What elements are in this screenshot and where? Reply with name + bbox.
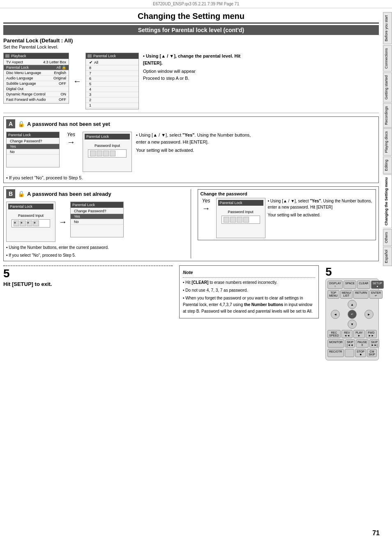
remote-btn-play[interactable]: PLAY► [353, 330, 364, 338]
section-b: B 🔒 A password has been set already Pare… [3, 186, 379, 261]
section-b-inst-middle: • If you select "No", proceed to Step 5. [6, 252, 188, 258]
section-a-change-pwd-panel: Parental Lock Change Password? Yes No [6, 132, 60, 167]
remote-btn-empty [345, 349, 355, 357]
remote-btn-setup[interactable]: SETUP● [371, 281, 384, 289]
section-b-split: B 🔒 A password has been set already Pare… [6, 189, 376, 258]
remote-btn-display[interactable]: DISPLAY○ [327, 281, 343, 289]
section-b-pwd-label-right: Password Input [220, 210, 262, 214]
parental-item-3: 3 [86, 92, 138, 98]
remote-control: DISPLAY○ SPACE CLEAR SETUP● TOPMENU MENU… [325, 279, 379, 360]
remote-row-top: DISPLAY○ SPACE CLEAR SETUP● [327, 281, 377, 289]
instruction-line3: Proceed to step A or B. [143, 75, 258, 82]
section-a-yes-arrow: Yes → [65, 132, 77, 147]
remote-btn-pause[interactable]: PAUSEII [356, 339, 369, 348]
section-b-panels: Parental Lock Password Input * * * * [6, 202, 188, 242]
section-b-right-content: Yes → Parental Lock Password Input [201, 198, 374, 238]
remote-5-label: 5 [325, 265, 332, 279]
playback-row-2: Disc Menu LanguageEnglish [4, 70, 69, 76]
side-tab-connections[interactable]: Connections [383, 45, 392, 72]
remote-nav-center[interactable]: ↵ [348, 310, 357, 319]
section-b-pwd-header-right: Parental Lock [218, 200, 263, 206]
page-number: 71 [372, 529, 380, 537]
arrow-to-parental: ← [73, 77, 81, 86]
side-tab-before-you-start[interactable]: Before you start [383, 12, 392, 44]
remote-nav-right[interactable]: ► [364, 310, 374, 319]
side-tab-others[interactable]: Others [383, 229, 392, 246]
parental-item-all: ✔All [86, 60, 138, 65]
section-a: A 🔒 A password has not been set yet Pare… [3, 116, 379, 183]
section-b-panel-header: Parental Lock [71, 202, 123, 208]
remote-btn-recotr[interactable]: REC/OTR [327, 349, 344, 357]
parental-item-1: 1 [86, 103, 138, 108]
remote-btn-recspeed[interactable]: RECSPEED [327, 330, 341, 338]
remote-btn-return[interactable]: RETURN [353, 290, 369, 299]
parental-item-4: 4 [86, 87, 138, 92]
remote-btn-menulist[interactable]: MENU/LIST [340, 290, 353, 299]
playback-row-3: Audio LanguageOriginal [4, 76, 69, 81]
remote-nav-up[interactable]: ▲ [348, 300, 357, 309]
section-b-change-pwd-panel: Parental Lock Change Password? Yes No [70, 202, 124, 237]
parental-item-2: 2 [86, 98, 138, 103]
side-tab-playing-discs[interactable]: Playing discs [383, 128, 392, 156]
note-title: Note [183, 269, 315, 276]
main-content: Changing the Setting menu Settings for P… [0, 8, 382, 360]
note-divider [183, 277, 315, 278]
section-b-pwd-input-right [221, 216, 260, 224]
side-tabs: Before you start Connections Getting sta… [383, 12, 392, 266]
remote-area: 5 DISPLAY○ SPACE CLEAR SETUP● TOPMENU ME… [325, 265, 379, 360]
side-tab-recordings[interactable]: Recordings [383, 103, 392, 128]
parental-panel-icon [88, 54, 92, 58]
section-b-right: Change the password Yes → Parental Lock … [191, 189, 376, 258]
step5-number: 5 [3, 268, 173, 279]
section-a-title: A password has not been set yet [27, 121, 110, 127]
remote-btn-fwd[interactable]: FWD►► [366, 330, 377, 338]
top-settings-area: Playback TV Aspect4:3 Letter Box Parenta… [3, 53, 379, 109]
note-box: Note • Hit [CLEAR] to erase numbers ente… [179, 265, 319, 318]
page-header: E6720UD_ENSP.qx3 05.2.21 7:39 PM Page 71 [0, 0, 392, 8]
section-b-change-item-yes: Yes [71, 214, 123, 219]
side-tab-getting-started[interactable]: Getting started [383, 72, 392, 102]
remote-nav-down[interactable]: ▼ [348, 320, 357, 329]
section-a-pwd-header: Parental Lock [85, 134, 130, 139]
remote-btn-topmenu[interactable]: TOPMENU [327, 290, 339, 299]
instruction-line2: Option window will appear [143, 68, 258, 75]
remote-btn-space[interactable]: SPACE [344, 281, 356, 289]
side-tab-changing-setting-menu[interactable]: Changing the Setting menu [383, 174, 392, 228]
side-tab-espanol[interactable]: Español [383, 247, 392, 266]
remote-row2: TOPMENU MENU/LIST RETURN ENTER↵ [327, 290, 377, 299]
parental-lock-title: Parental Lock (Default : All) [3, 37, 379, 44]
section-a-pwd-input [88, 149, 127, 158]
section-b-title: A password has been set already [27, 191, 111, 197]
remote-btn-stop[interactable]: STOP■ [355, 349, 366, 357]
section-b-inst-right: • Using [▲ / ▼], select "Yes". Using the… [268, 198, 373, 218]
section-a-if-no: • If you select "No", proceed to Step 5. [6, 175, 376, 180]
section-a-title-row: A 🔒 A password has not been set yet [6, 119, 376, 128]
section-a-inst-1: • Using [▲ / ▼], select "Yes". Using the… [136, 132, 251, 145]
remote-nav-left[interactable]: ◄ [331, 310, 340, 319]
section-b-yes-arrow: Yes → [201, 198, 212, 213]
remote-btn-rev[interactable]: REV◄◄ [341, 330, 353, 338]
section-a-label: A [6, 119, 15, 128]
playback-row-5: Digital Out [4, 86, 69, 92]
section-b-inst-left: • Using the Number buttons, enter the cu… [6, 244, 188, 251]
remote-btn-skip-next[interactable]: SKIP►►| [369, 339, 379, 348]
section-b-pwd-input-left: * * * * [12, 219, 50, 228]
remote-btn-cmskip[interactable]: CMSKIP [367, 349, 377, 357]
divider-1 [3, 113, 379, 113]
playback-row-1: Parental LockAll 🔒 [4, 65, 69, 70]
playback-panel: Playback TV Aspect4:3 Letter Box Parenta… [3, 53, 69, 104]
section-b-left: B 🔒 A password has been set already Pare… [6, 189, 191, 258]
remote-btn-monitor[interactable]: MONITOR [327, 339, 344, 348]
side-tab-editing[interactable]: Editing [383, 157, 392, 174]
parental-item-8: 8 [86, 65, 138, 71]
remote-btn-clear[interactable]: CLEAR [357, 281, 370, 289]
step5-left: 5 Hit [SETUP] to exit. [3, 265, 173, 287]
remote-btn-skip-prev[interactable]: SKIP|◄◄ [345, 339, 355, 348]
remote-btn-enter[interactable]: ENTER↵ [369, 290, 383, 299]
section-a-change-item-no: No [7, 149, 59, 155]
section-b-pwd-label-left: Password Input [10, 214, 52, 218]
section-a-pwd-label: Password Input [86, 144, 128, 148]
section-b-label: B [6, 189, 15, 198]
playback-row-0: TV Aspect4:3 Letter Box [4, 60, 69, 65]
section-b-pwd-panel-right: Parental Lock Password Input [216, 198, 265, 238]
